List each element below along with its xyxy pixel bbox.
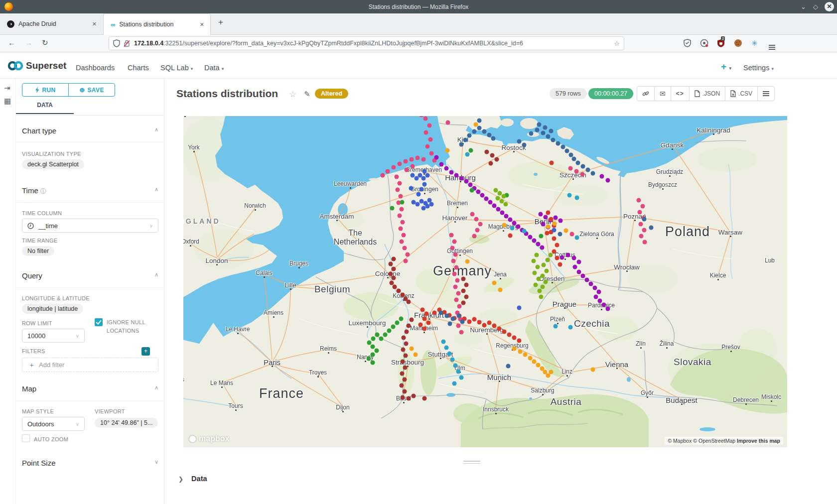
favorite-star-icon[interactable]: ☆ [289,89,296,100]
station-dot-green [375,349,379,353]
map-style-select[interactable]: Outdoors∨ [22,417,85,431]
tab-stations-distribution[interactable]: ∞ Stations distribution ✕ [103,13,211,35]
brand-name[interactable]: Superset [26,60,66,71]
lonlat-value[interactable]: longitude | latitude [22,304,83,314]
station-dot-purple [585,278,589,282]
auto-zoom-checkbox[interactable] [22,434,30,442]
url-bar[interactable]: 172.18.0.4 :32251/superset/explore/?form… [109,36,624,50]
more-menu-button[interactable] [758,87,774,101]
collapse-panel-icon[interactable]: ⇥ [4,84,10,93]
copy-link-button[interactable] [637,87,655,101]
superset-logo-icon [7,59,24,72]
edit-title-icon[interactable]: ✎ [304,90,310,99]
tab-apache-druid[interactable]: ◑ Apache Druid ✕ [0,13,103,34]
viz-type-value[interactable]: deck.gl Scatterplot [22,159,84,169]
run-button[interactable]: RUN [22,84,68,96]
chevron-down-icon[interactable]: ⌄ [801,2,806,11]
station-dot-cyan [452,381,457,386]
close-window-button[interactable]: ✕ [825,2,834,11]
lock-insecure-icon[interactable] [124,40,130,47]
mask-icon[interactable] [699,39,708,48]
station-dot-steel-blue [463,138,468,142]
station-dot-pink [478,222,483,227]
station-dot-cyan [567,193,572,198]
station-dot-purple [593,286,597,290]
plus-circle-icon: ⊕ [79,86,85,94]
station-dot-pink [450,246,455,251]
row-limit-select[interactable]: 10000∨ [22,329,85,343]
mapbox-logo[interactable]: mapbox [188,434,229,443]
pocket-shield-icon[interactable] [683,39,692,48]
altered-badge[interactable]: Altered [315,89,348,99]
settings-menu[interactable]: Settings ▾ [743,64,774,72]
station-dot-crimson [422,317,427,321]
station-dot-pink [570,232,574,237]
station-dot-darkred [495,157,499,162]
station-dot-orange [498,288,503,292]
bookmark-star-icon[interactable]: ☆ [614,40,620,47]
ignore-null-checkbox[interactable] [95,318,103,326]
email-button[interactable]: ✉ [655,87,671,101]
chevron-up-icon: ∧ [154,271,158,278]
dataset-grid-icon[interactable]: ▦ [4,97,11,106]
section-time[interactable]: Time ⓘ ∧ [22,186,158,196]
tab-data[interactable]: DATA [16,102,74,114]
station-dot-darkred [412,394,416,398]
back-icon[interactable]: ← [8,38,15,47]
export-json-button[interactable]: .JSON [690,87,725,101]
menu-icon[interactable] [767,41,776,50]
time-column-label: TIME COLUMN [22,210,62,216]
deckgl-map[interactable]: on TyneYorkNorwichENGLANDOxfordLondonCal… [183,116,787,447]
forward-icon[interactable]: → [25,38,32,47]
ublock-icon[interactable]: 2 [716,39,725,48]
station-dot-cyan [459,376,464,380]
new-tab-button[interactable]: + [218,17,223,27]
data-collapse-panel[interactable]: ❯ Data [178,475,207,483]
cookie-icon[interactable] [733,39,742,48]
station-dot-steel-blue [572,157,576,161]
add-filter-input[interactable]: ＋ Add filter [22,358,158,372]
resize-handle[interactable] [463,461,480,465]
close-tab-icon[interactable]: ✕ [200,21,204,28]
station-dot-royal-blue [411,173,415,178]
station-dot-purple [532,239,537,243]
nav-sql-lab[interactable]: SQL Lab ▾ [160,64,193,72]
time-column-select[interactable]: __time∨ [22,219,158,233]
station-dot-darkred [402,336,406,340]
station-dot-pink [411,164,415,169]
export-csv-button[interactable]: .CSV [725,87,758,101]
station-dot-steel-blue [537,123,542,127]
station-dot-purple [476,190,481,194]
shield-icon[interactable] [113,39,120,47]
station-dot-steel-blue [445,314,449,318]
embed-code-button[interactable]: <> [671,87,690,101]
reload-icon[interactable]: ↻ [42,38,48,47]
nav-data[interactable]: Data ▾ [204,64,224,72]
tab-strip: ◑ Apache Druid ✕ ∞ Stations distribution… [0,13,837,35]
add-new-button[interactable]: + ▾ [721,61,731,72]
section-map[interactable]: Map∧ [22,384,158,393]
nav-charts[interactable]: Charts [128,64,149,72]
viewport-label: VIEWPORT [95,408,125,414]
section-point-size[interactable]: Point Size∨ [22,459,158,467]
station-dot-pink [423,117,428,121]
station-dot-steel-blue [549,129,554,133]
map-attribution[interactable]: © Mapbox © OpenStreetMap Improve this ma… [665,437,783,445]
lightning-icon [35,87,39,93]
nav-dashboards[interactable]: Dashboards [76,64,115,72]
close-tab-icon[interactable]: ✕ [92,21,97,27]
station-dot-orange [553,222,557,226]
station-dot-purple [597,290,601,294]
time-range-value[interactable]: No filter [22,246,54,256]
add-filter-plus-button[interactable]: + [141,347,150,356]
station-dot-steel-blue [543,126,548,130]
section-chart-type[interactable]: Chart type∧ [22,126,158,135]
restore-icon[interactable]: ◇ [813,2,818,11]
asterisk-extension-icon[interactable]: ✳ [750,39,759,48]
station-dot-pink [643,240,647,245]
viewport-value[interactable]: 10° 24' 49.86" | 5... [95,418,158,428]
section-query[interactable]: Query∧ [22,271,158,280]
station-dot-crimson [472,317,477,322]
station-dot-crimson [555,243,559,248]
save-button[interactable]: ⊕ SAVE [68,84,115,96]
